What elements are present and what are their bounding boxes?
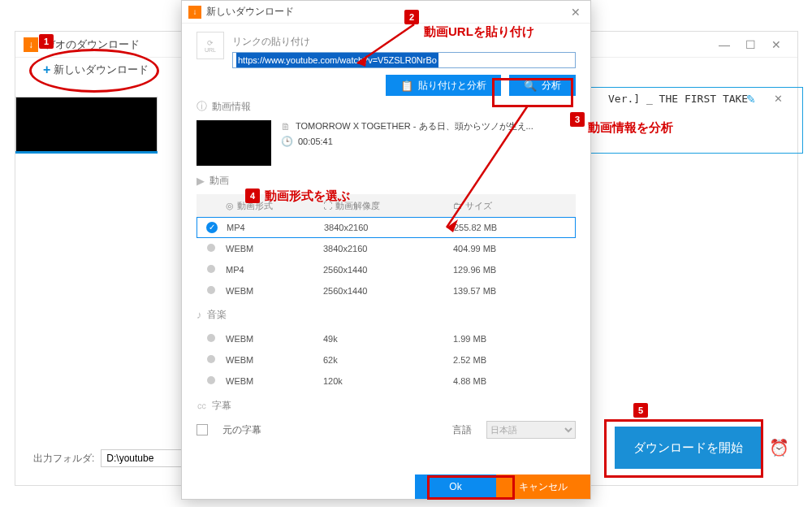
url-icon: ⟳URL	[197, 32, 224, 59]
dialog-app-icon: ↓	[188, 6, 201, 19]
anno-badge-3: 3	[570, 112, 585, 127]
dialog-close-button[interactable]: ✕	[568, 6, 584, 19]
maximize-button[interactable]: ☐	[737, 38, 763, 51]
dialog-titlebar: ↓ 新しいダウンロード ✕	[182, 1, 590, 24]
format-row[interactable]: WEBM49k1.99 MB	[197, 328, 576, 349]
search-icon: 🔍	[524, 80, 537, 92]
anno-badge-1: 1	[39, 34, 54, 49]
paste-icon: 📋	[400, 80, 413, 92]
clock-small-icon: 🕒	[281, 136, 293, 147]
orig-subtitle-checkbox[interactable]	[197, 424, 208, 436]
cc-icon: ㏄	[197, 398, 207, 413]
anno-text-3: 動画情報を分析	[588, 120, 673, 136]
audio-section-label: 音楽	[207, 308, 227, 322]
start-download-button[interactable]: ダウンロードを開始	[615, 427, 761, 469]
cancel-button[interactable]: キャンセル	[496, 474, 590, 499]
anno-badge-2: 2	[404, 10, 419, 24]
edit-icon[interactable]: ✎	[746, 93, 756, 106]
anno-ellipse-1	[29, 49, 159, 93]
analyze-label: 分析	[542, 79, 561, 93]
subtitle-label: 字幕	[212, 399, 231, 413]
video-thumbnail	[197, 120, 271, 166]
format-row[interactable]: WEBM2560x1440139.57 MB	[197, 280, 576, 301]
format-row[interactable]: WEBM120k4.88 MB	[197, 370, 576, 392]
video-info-label: 動画情報	[212, 100, 251, 114]
minimize-button[interactable]: —	[711, 38, 737, 51]
anno-badge-5: 5	[633, 403, 648, 418]
format-row[interactable]: WEBM3840x2160404.99 MB	[197, 238, 576, 259]
doc-icon: 🗎	[281, 121, 291, 132]
svg-line-2	[447, 106, 528, 228]
orig-subtitle-label: 元の字幕	[222, 423, 261, 437]
paste-analyze-button[interactable]: 📋貼り付けと分析	[386, 75, 501, 96]
svg-marker-1	[357, 55, 367, 67]
language-label: 言語	[452, 423, 472, 437]
anno-text-4: 動画形式を選ぶ	[265, 188, 350, 204]
fmt-col-icon: ◎	[226, 201, 234, 211]
anno-badge-4: 4	[245, 188, 260, 203]
clock-icon[interactable]: ⏰	[769, 438, 789, 457]
start-download-label: ダウンロードを開始	[633, 440, 743, 456]
video-icon: ▶	[197, 175, 205, 187]
video-section-label: 動画	[209, 174, 229, 188]
download-item-title: Ver.] _ THE FIRST TAKE	[608, 93, 748, 105]
paste-analyze-label: 貼り付けと分析	[418, 79, 486, 93]
format-row[interactable]: MP42560x1440129.96 MB	[197, 259, 576, 280]
analyze-button[interactable]: 🔍分析	[509, 75, 576, 96]
format-row[interactable]: WEBM62k2.52 MB	[197, 349, 576, 370]
output-label: 出力フォルダ:	[33, 452, 94, 466]
item-close-icon[interactable]: ✕	[774, 93, 783, 105]
app-icon: ↓	[24, 37, 38, 52]
video-duration: 00:05:41	[298, 136, 333, 146]
language-select[interactable]: 日本語	[486, 421, 576, 439]
close-button[interactable]: ✕	[763, 38, 789, 51]
new-download-dialog: ↓ 新しいダウンロード ✕ ⟳URL リンクの貼り付け https://www.…	[181, 0, 591, 500]
info-icon: ⓘ	[197, 99, 207, 114]
music-icon: ♪	[197, 309, 202, 321]
dialog-title: 新しいダウンロード	[206, 5, 294, 19]
anno-text-2: 動画URLを貼り付け	[424, 24, 534, 40]
ok-button[interactable]: Ok	[415, 474, 496, 499]
